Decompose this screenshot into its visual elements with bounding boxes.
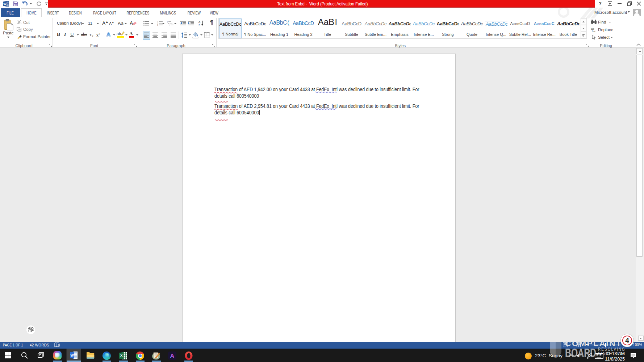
svg-text:3: 3: [157, 24, 158, 26]
svg-text:W: W: [70, 353, 74, 357]
svg-text:Z: Z: [198, 24, 200, 26]
svg-text:X: X: [120, 353, 123, 358]
svg-text:A: A: [130, 20, 133, 26]
svg-text:ab: ab: [117, 31, 121, 36]
svg-text:ac: ac: [593, 30, 596, 33]
svg-text:W: W: [3, 2, 7, 6]
svg-text:A: A: [170, 353, 174, 359]
svg-text:i: i: [169, 24, 170, 26]
